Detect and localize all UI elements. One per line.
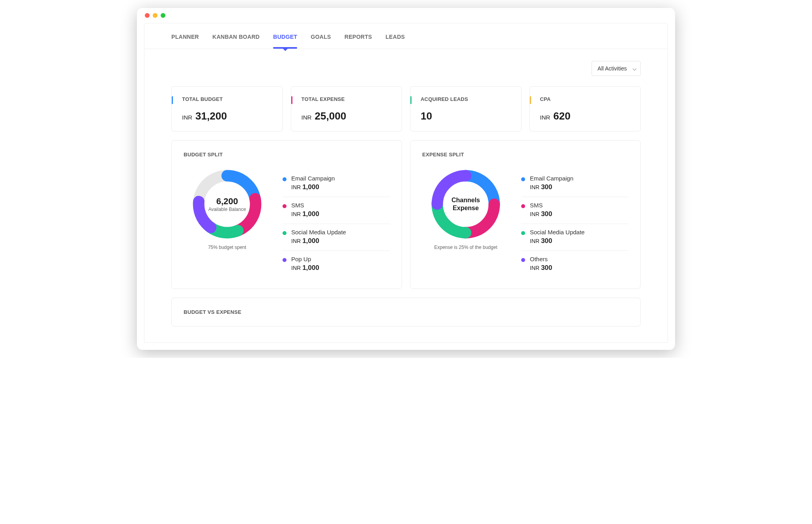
legend-currency: INR (291, 184, 301, 190)
legend-value: 300 (541, 183, 552, 191)
legend-name: Social Media Update (291, 229, 390, 235)
legend-color-dot (283, 258, 286, 262)
expense-split-center-line2: Expense (453, 204, 479, 212)
legend-value: 1,000 (302, 237, 319, 245)
stat-acquired-leads: ACQUIRED LEADS 10 (410, 86, 522, 131)
expense-split-donut: Channels Expense (430, 169, 501, 240)
stat-cpa: CPA INR 620 (529, 86, 641, 131)
stat-title: TOTAL BUDGET (182, 96, 272, 102)
stat-value: 25,000 (315, 110, 346, 122)
legend-item: Social Media Update INR1,000 (283, 224, 390, 251)
legend-name: SMS (530, 202, 628, 209)
legend-color-dot (521, 231, 525, 235)
filter-row: All Activities (171, 61, 641, 76)
nav-tabs: PLANNER KANBAN BOARD BUDGET GOALS REPORT… (144, 23, 668, 49)
legend-currency: INR (530, 211, 539, 217)
stat-title: ACQUIRED LEADS (421, 96, 511, 102)
expense-split-caption: Expense is 25% of the budget (422, 245, 509, 250)
legend-color-dot (283, 204, 286, 208)
legend-currency: INR (291, 238, 301, 244)
legend-color-dot (521, 204, 525, 208)
legend-color-dot (283, 177, 286, 181)
tab-kanban-board[interactable]: KANBAN BOARD (212, 34, 260, 40)
legend-value: 300 (541, 237, 552, 245)
tab-leads[interactable]: LEADS (385, 34, 405, 40)
legend-item: SMS INR1,000 (283, 197, 390, 224)
legend-value: 300 (541, 210, 552, 218)
legend-color-dot (521, 177, 525, 181)
budget-vs-expense-title: BUDGET VS EXPENSE (184, 309, 628, 315)
legend-currency: INR (530, 184, 539, 190)
stat-total-budget: TOTAL BUDGET INR 31,200 (171, 86, 283, 131)
legend-item: Email Campaign INR1,000 (283, 170, 390, 197)
activities-filter-dropdown[interactable]: All Activities (592, 61, 641, 76)
tab-reports[interactable]: REPORTS (344, 34, 372, 40)
stat-currency: INR (540, 114, 550, 121)
stat-total-expense: TOTAL EXPENSE INR 25,000 (291, 86, 402, 131)
expense-split-title: EXPENSE SPLIT (422, 152, 628, 158)
legend-value: 300 (541, 264, 552, 271)
legend-name: Email Campaign (291, 175, 390, 182)
activities-filter-label: All Activities (598, 65, 627, 72)
stat-currency: INR (182, 114, 192, 121)
legend-item: Others INR300 (521, 251, 628, 277)
budget-vs-expense-card: BUDGET VS EXPENSE (171, 298, 641, 327)
legend-currency: INR (530, 265, 539, 271)
window-zoom-button[interactable] (161, 13, 165, 18)
expense-split-chart-wrap: Channels Expense Expense is 25% of the b… (422, 169, 509, 250)
budget-panel: All Activities TOTAL BUDGET INR 31,200 T… (144, 49, 668, 343)
stat-value: 10 (421, 110, 432, 122)
window-titlebar (137, 8, 675, 23)
legend-name: SMS (291, 202, 390, 209)
tab-goals[interactable]: GOALS (311, 34, 331, 40)
stat-value: 620 (553, 110, 570, 122)
budget-split-donut: 6,200 Available Balance (192, 169, 263, 240)
legend-value: 1,000 (302, 183, 319, 191)
legend-value: 1,000 (302, 210, 319, 218)
legend-item: SMS INR300 (521, 197, 628, 224)
window-close-button[interactable] (145, 13, 150, 18)
expense-split-card: EXPENSE SPLIT Ch (410, 140, 641, 289)
stat-title: CPA (540, 96, 630, 102)
tab-planner[interactable]: PLANNER (171, 34, 199, 40)
app-window: PLANNER KANBAN BOARD BUDGET GOALS REPORT… (137, 8, 675, 350)
stat-value: 31,200 (195, 110, 227, 122)
legend-item: Pop Up INR1,000 (283, 251, 390, 277)
expense-split-center-line1: Channels (452, 196, 480, 204)
budget-split-center-label: Available Balance (208, 207, 246, 212)
expense-split-legend: Email Campaign INR300 SMS INR300 Social … (521, 170, 628, 277)
stat-currency: INR (302, 114, 312, 121)
legend-color-dot (283, 231, 286, 235)
budget-split-chart-wrap: 6,200 Available Balance 75% budget spent (184, 169, 271, 250)
budget-split-caption: 75% budget spent (184, 245, 271, 250)
legend-currency: INR (291, 211, 301, 217)
budget-split-title: BUDGET SPLIT (184, 152, 390, 158)
budget-split-legend: Email Campaign INR1,000 SMS INR1,000 Soc… (283, 170, 390, 277)
stat-cards: TOTAL BUDGET INR 31,200 TOTAL EXPENSE IN… (171, 86, 641, 131)
split-row: BUDGET SPLIT (171, 140, 641, 289)
budget-split-center-value: 6,200 (216, 196, 238, 207)
legend-color-dot (521, 258, 525, 262)
legend-name: Others (530, 256, 628, 262)
legend-item: Social Media Update INR300 (521, 224, 628, 251)
legend-value: 1,000 (302, 264, 319, 271)
tab-budget[interactable]: BUDGET (273, 34, 297, 40)
legend-name: Email Campaign (530, 175, 628, 182)
app-content: PLANNER KANBAN BOARD BUDGET GOALS REPORT… (137, 23, 675, 350)
legend-name: Pop Up (291, 256, 390, 262)
legend-currency: INR (291, 265, 301, 271)
legend-item: Email Campaign INR300 (521, 170, 628, 197)
legend-currency: INR (530, 238, 539, 244)
chevron-down-icon (632, 66, 636, 70)
legend-name: Social Media Update (530, 229, 628, 235)
budget-split-card: BUDGET SPLIT (171, 140, 402, 289)
stat-title: TOTAL EXPENSE (302, 96, 392, 102)
window-minimize-button[interactable] (153, 13, 157, 18)
